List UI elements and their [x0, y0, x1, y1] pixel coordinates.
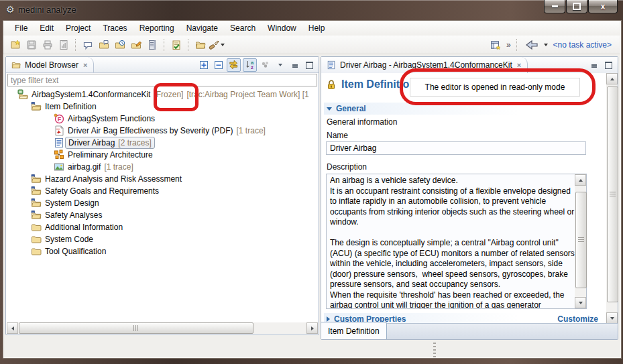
scroll-down-button[interactable]: [575, 297, 586, 308]
menu-reporting[interactable]: Reporting: [133, 21, 180, 35]
menu-navigate[interactable]: Navigate: [180, 21, 224, 35]
open-perspective-button[interactable]: [488, 38, 504, 52]
tree-item-driver-airbag[interactable]: Driver Airbag [2 traces]: [7, 137, 318, 149]
editor-scrollbar[interactable]: [606, 73, 618, 324]
view-menu-button[interactable]: [274, 59, 286, 71]
scroll-up-button[interactable]: [575, 174, 586, 186]
folder-clock-icon: [115, 40, 125, 50]
filter-input[interactable]: [7, 74, 317, 86]
filter-settings-button[interactable]: [259, 59, 272, 71]
app-window: ⚙ medini analyze x File Edit Project Tra…: [0, 0, 623, 364]
scroll-down-button[interactable]: [606, 312, 618, 324]
scrollbar-grip: [133, 325, 139, 331]
menu-file[interactable]: File: [9, 21, 34, 35]
tree-item-project-root[interactable]: AirbagSystem1.4ConformanceKit [Frozen] […: [7, 88, 318, 101]
tree-item-additional-information[interactable]: Additional Information: [7, 221, 318, 233]
tree-item-safety-analyses[interactable]: Safety Analyses: [7, 209, 318, 221]
editor-page-tabs: Item Definition: [321, 323, 618, 339]
description-field[interactable]: An airbag is a vehicle safety device. It…: [327, 174, 576, 308]
folder-ribbon-icon: [31, 101, 42, 112]
link-tool-button[interactable]: [209, 38, 225, 52]
sort-alphabetically-button[interactable]: [243, 58, 257, 72]
tree-item-label: airbag.gif: [68, 162, 101, 172]
tree-item-label: Driver Air Bag Effectiveness by Severity…: [68, 126, 233, 135]
scroll-left-button[interactable]: [7, 322, 18, 334]
image-icon: [54, 162, 64, 172]
tree-item-system-code[interactable]: System Code: [7, 233, 318, 245]
tree-item-airbagsystem-functions[interactable]: AirbagSystem Functions: [7, 113, 318, 125]
model-browser-view: Model Browser × AirbagSystem1.4Conforman…: [5, 56, 319, 335]
tree-item-item-definition[interactable]: Item Definition: [7, 101, 318, 113]
close-icon[interactable]: ×: [517, 61, 521, 69]
tab-model-browser[interactable]: Model Browser ×: [6, 57, 94, 72]
customize-link[interactable]: Customize: [557, 314, 598, 324]
expand-all-icon: [199, 60, 209, 70]
report-button[interactable]: [56, 38, 72, 52]
restore-button[interactable]: [566, 0, 587, 13]
new-report-button[interactable]: [7, 38, 23, 52]
scrollbar-grip: [578, 237, 584, 243]
link-with-editor-button[interactable]: [227, 58, 241, 72]
frozen-decoration: [Frozen]: [154, 90, 183, 99]
menu-window[interactable]: Window: [262, 21, 302, 35]
folder-edit-button[interactable]: [128, 38, 144, 52]
tree-item-hazard-analysis[interactable]: Hazard Analysis and Risk Assessment: [7, 173, 318, 185]
tree-item-label: Tool Qualification: [45, 247, 106, 256]
tree-item-airbag-gif[interactable]: airbag.gif [1 trace]: [7, 161, 318, 173]
expand-all-button[interactable]: [197, 59, 210, 71]
close-icon[interactable]: ×: [83, 61, 87, 69]
menu-help[interactable]: Help: [302, 21, 331, 35]
trim-drag-handle[interactable]: [433, 343, 436, 357]
view-maximize-button[interactable]: [303, 59, 316, 71]
editor-minimize-button[interactable]: [587, 59, 600, 71]
tree-item-safety-goals[interactable]: Safety Goals and Requirements: [7, 185, 318, 197]
collapse-all-button[interactable]: [212, 59, 225, 71]
tab-driver-airbag-editor[interactable]: Driver Airbag - AirbagSystem1.4Conforman…: [321, 57, 528, 73]
back-button[interactable]: [524, 38, 540, 52]
scrollbar-thumb[interactable]: [19, 322, 253, 334]
description-scrollbar[interactable]: [575, 174, 586, 308]
tree-item-pdf-document[interactable]: Driver Air Bag Effectiveness by Severity…: [7, 125, 318, 137]
scroll-right-button[interactable]: [306, 322, 318, 334]
active-task-label[interactable]: <no task active>: [553, 40, 612, 50]
folder-icon: [31, 222, 42, 233]
scroll-left-icon: [11, 326, 14, 330]
window-title: medini analyze: [18, 5, 76, 15]
close-button[interactable]: x: [588, 0, 618, 13]
page-tab-item-definition[interactable]: Item Definition: [321, 322, 387, 339]
back-dropdown-icon[interactable]: [544, 44, 548, 46]
menu-traces[interactable]: Traces: [97, 21, 133, 35]
view-minimize-button[interactable]: [288, 59, 301, 71]
menu-search[interactable]: Search: [224, 21, 262, 35]
name-field[interactable]: [326, 141, 586, 155]
scrollbar-thumb[interactable]: [607, 86, 618, 302]
folder-history-button[interactable]: [112, 38, 128, 52]
print-button[interactable]: [40, 38, 56, 52]
horizontal-scrollbar[interactable]: [7, 322, 318, 334]
editor-area: Driver Airbag - AirbagSystem1.4Conforman…: [321, 56, 618, 340]
save-button[interactable]: [23, 38, 40, 52]
perspective-overflow-chevron[interactable]: »: [506, 40, 510, 50]
folder-icon: [31, 246, 42, 257]
minimize-button[interactable]: [544, 0, 565, 13]
view-maximize-icon: [306, 62, 313, 69]
editor-maximize-button[interactable]: [602, 59, 615, 71]
gray-dots-icon: [260, 60, 271, 70]
perspective-icon: [490, 40, 501, 50]
folder-ribbon-icon: [31, 174, 42, 184]
open-folder-button[interactable]: [192, 38, 209, 52]
tree-item-tool-qualification[interactable]: Tool Qualification: [7, 245, 318, 257]
scroll-down-icon: [579, 302, 583, 304]
tree-item-system-design[interactable]: System Design: [7, 197, 318, 209]
menu-edit[interactable]: Edit: [34, 21, 60, 35]
notepad-button[interactable]: [144, 38, 160, 52]
scroll-up-button[interactable]: [606, 73, 618, 84]
folder-comment-button[interactable]: [96, 38, 112, 52]
form-heading: Item Definition: [341, 78, 416, 90]
scrollbar-thumb[interactable]: [575, 192, 587, 288]
comment-button[interactable]: [80, 38, 96, 52]
tree-item-preliminary-architecture[interactable]: Preliminary Architecture: [7, 149, 318, 161]
menu-project[interactable]: Project: [60, 21, 97, 35]
checklist-button[interactable]: [168, 38, 184, 52]
general-section-header[interactable]: General: [324, 103, 604, 115]
